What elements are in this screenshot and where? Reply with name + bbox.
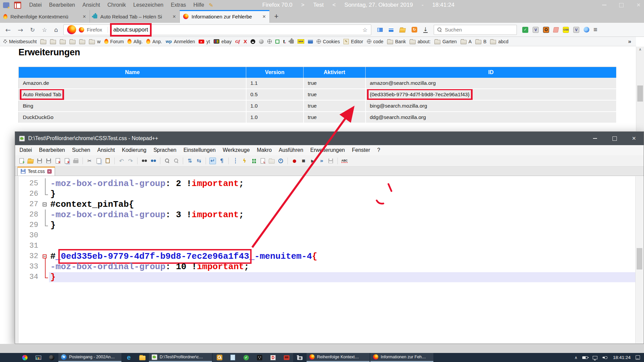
bookmark-item[interactable]: ✎Editor bbox=[343, 39, 363, 44]
browser-tab[interactable]: Reihenfolge Kontextmenü bbox=[0, 10, 90, 23]
bookmark-icon-item[interactable] bbox=[259, 39, 264, 44]
titlebar-menu-item[interactable]: Lesezeichen bbox=[133, 2, 163, 8]
tb-word-wrap-icon[interactable]: ↵ bbox=[209, 157, 216, 165]
bookmark-item[interactable]: Anp. bbox=[146, 39, 162, 44]
tb-paste-icon[interactable] bbox=[104, 157, 111, 165]
bookmark-item[interactable]: about: bbox=[410, 39, 431, 44]
bookmark-icon-item[interactable]: t. bbox=[283, 39, 286, 44]
tb-new-icon[interactable]: + bbox=[18, 157, 25, 165]
bookmark-item[interactable]: code bbox=[367, 39, 383, 44]
titlebar-menu-item[interactable]: Ansicht bbox=[83, 2, 100, 8]
bookmark-icon-item[interactable] bbox=[267, 39, 272, 44]
notepadpp-menu-item[interactable]: Fenster bbox=[352, 147, 370, 153]
battery-icon[interactable] bbox=[582, 356, 588, 359]
library-icon[interactable] bbox=[389, 28, 393, 32]
taskbar-icon-color-wheel[interactable] bbox=[18, 353, 32, 362]
notepadpp-titlebar[interactable]: D:\Test\Profilordner\chrome\CSS\Test.css… bbox=[15, 132, 644, 145]
scroll-pink-icon[interactable] bbox=[553, 27, 558, 33]
tab-testcss[interactable]: Test.css ✕ bbox=[17, 167, 55, 176]
bookmark-icon-item[interactable] bbox=[308, 40, 313, 44]
taskbar-icon-camera[interactable] bbox=[293, 353, 307, 362]
taskbar-icon-dark-app[interactable] bbox=[253, 353, 266, 362]
q-orange-icon[interactable] bbox=[543, 27, 549, 33]
close-button[interactable]: ✕ bbox=[624, 132, 644, 145]
tb-clock-icon[interactable] bbox=[277, 157, 284, 165]
tb-play-multi-icon[interactable]: » bbox=[318, 157, 325, 165]
bookmark-item[interactable]: Meistbesucht bbox=[3, 39, 37, 44]
taskbar-icon-d-red[interactable]: D bbox=[266, 353, 280, 362]
scrollbar-thumb[interactable] bbox=[637, 85, 643, 102]
taskbar-icon-chart-monitor[interactable] bbox=[32, 353, 45, 362]
tb-record-icon[interactable]: ● bbox=[291, 157, 298, 165]
download-icon[interactable]: ↓ bbox=[423, 27, 428, 33]
bookmark-icon-item[interactable] bbox=[275, 40, 279, 44]
tb-indent-guide-icon[interactable]: ┆ bbox=[232, 157, 239, 165]
bookmark-icon-item[interactable] bbox=[251, 39, 255, 44]
titlebar-menu-item[interactable]: Chronik bbox=[107, 2, 126, 8]
bookmark-icon-item[interactable] bbox=[69, 39, 75, 44]
css-yellow-icon[interactable]: CSS bbox=[563, 27, 569, 33]
close-tab-icon[interactable] bbox=[172, 14, 176, 19]
bookmark-icon-item[interactable] bbox=[50, 39, 56, 44]
titlebar-menu-item[interactable]: Extras bbox=[171, 2, 186, 8]
volume-icon[interactable] bbox=[602, 356, 608, 360]
taskbar-icon-keepass[interactable] bbox=[213, 353, 226, 362]
taskbar-button-notepadpp[interactable]: D:\Test\Profilordner\c… bbox=[149, 353, 212, 362]
notepadpp-menu-item[interactable]: Kodierung bbox=[122, 147, 146, 153]
checker-green-icon[interactable]: ✓ bbox=[522, 27, 528, 33]
tb-zoom-out-icon[interactable] bbox=[172, 157, 180, 165]
tb-play-icon[interactable]: ▶ bbox=[309, 157, 316, 165]
search-field[interactable]: Suchen bbox=[434, 25, 517, 35]
tb-doc-map-icon[interactable] bbox=[250, 157, 257, 165]
browser-tab[interactable]: Informationen zur Fehlerbe bbox=[180, 10, 270, 23]
editor[interactable]: 25-moz-box-ordinal-group: 2 !important;2… bbox=[15, 176, 643, 343]
notepadpp-menu-item[interactable]: Einstellungen bbox=[183, 147, 216, 153]
notepadpp-menu-item[interactable]: Bearbeiten bbox=[39, 147, 65, 153]
minimize-icon[interactable] bbox=[602, 5, 606, 5]
page-scrollbar[interactable]: ∧ bbox=[636, 47, 644, 131]
forward-icon[interactable]: → bbox=[18, 26, 23, 34]
bookmark-item[interactable]: A bbox=[461, 39, 472, 44]
taskbar-icon-doc-blue[interactable] bbox=[226, 353, 239, 362]
bookmark-icon-item[interactable] bbox=[40, 39, 46, 44]
home-icon[interactable]: ⌂ bbox=[54, 26, 58, 34]
tb-sync-v-icon[interactable]: ⇅ bbox=[186, 157, 194, 165]
taskbar-icon-edge[interactable]: e bbox=[122, 353, 136, 362]
clock[interactable]: 18:41:24 bbox=[613, 355, 631, 360]
network-icon[interactable] bbox=[593, 356, 597, 359]
tb-close-all-icon[interactable]: × bbox=[63, 157, 70, 165]
hamburger-menu-icon[interactable]: ≡ bbox=[593, 26, 597, 34]
editor-scrollbar-thumb[interactable] bbox=[637, 248, 642, 269]
open-folder-icon[interactable] bbox=[399, 27, 406, 33]
bookmark-item[interactable]: abcd bbox=[490, 39, 508, 44]
restore-icon[interactable] bbox=[619, 3, 624, 7]
sync-icon[interactable]: ↻ bbox=[412, 27, 417, 33]
bookmark-icon-item[interactable]: X bbox=[244, 39, 247, 44]
bookmark-item[interactable]: Garten bbox=[434, 39, 457, 44]
fold-toggle-icon[interactable] bbox=[42, 251, 49, 261]
titlebar-menu-item[interactable]: Datei bbox=[29, 2, 42, 8]
bookmark-item[interactable]: B bbox=[475, 39, 486, 44]
tb-cut-icon[interactable]: ✂ bbox=[86, 157, 93, 165]
tb-lightning-icon[interactable]: ϟ bbox=[241, 157, 248, 165]
bookmark-item[interactable]: Allg. bbox=[127, 39, 143, 44]
tb-sync-h-icon[interactable]: ⇆ bbox=[195, 157, 203, 165]
close-tab-icon[interactable]: ✕ bbox=[47, 169, 52, 174]
tb-stop-icon[interactable]: ■ bbox=[300, 157, 307, 165]
chevron-up-icon[interactable]: ∧ bbox=[575, 355, 578, 360]
tb-undo-icon[interactable]: ↶ bbox=[118, 157, 125, 165]
reload-icon[interactable]: ↻ bbox=[30, 26, 35, 34]
bookmarks-overflow-chevron[interactable]: » bbox=[628, 38, 631, 45]
v-gray-icon[interactable]: V bbox=[533, 27, 539, 33]
v-gray-icon[interactable]: V bbox=[573, 27, 579, 33]
notepadpp-menu-item[interactable]: Suchen bbox=[72, 147, 90, 153]
sidebar-icon[interactable] bbox=[377, 28, 383, 32]
tb-find-icon[interactable] bbox=[141, 157, 148, 165]
url-text[interactable]: about:support bbox=[113, 26, 148, 33]
minimize-button[interactable] bbox=[585, 132, 605, 145]
notepadpp-menu-item[interactable]: Ausführen bbox=[279, 147, 303, 153]
back-icon[interactable]: ← bbox=[5, 26, 11, 34]
taskbar-button-firefox[interactable]: Informationen zur Feh… bbox=[370, 353, 433, 362]
tb-spellcheck-icon[interactable]: ABC bbox=[341, 157, 348, 165]
taskbar-icon-green-check[interactable]: ✓ bbox=[239, 353, 253, 362]
